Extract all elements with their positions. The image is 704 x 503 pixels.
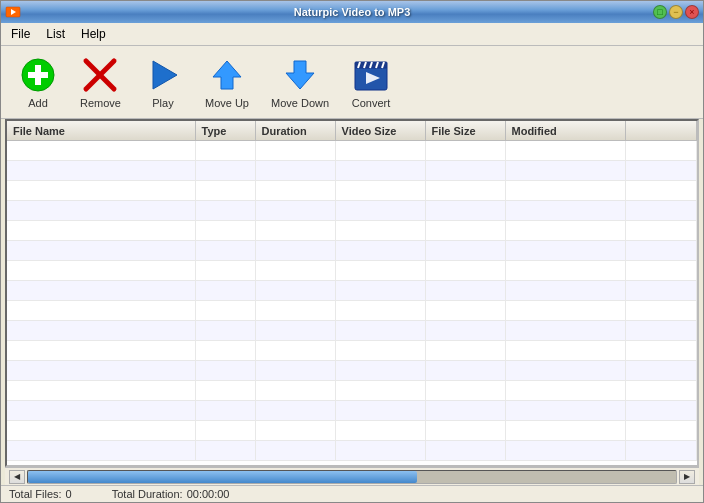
col-header-filename: File Name <box>7 121 196 140</box>
maximize-button[interactable]: □ <box>653 5 667 19</box>
file-table: File Name Type Duration Video Size File … <box>5 119 699 467</box>
table-body[interactable] <box>7 141 697 465</box>
moveup-label: Move Up <box>205 97 249 109</box>
add-button[interactable]: Add <box>9 50 67 114</box>
table-row <box>7 401 697 421</box>
col-header-videosize: Video Size <box>336 121 426 140</box>
moveup-button[interactable]: Move Up <box>196 50 258 114</box>
menu-help[interactable]: Help <box>75 25 112 43</box>
convert-label: Convert <box>352 97 391 109</box>
scroll-track[interactable] <box>27 470 677 484</box>
remove-icon <box>80 55 120 95</box>
close-button[interactable]: × <box>685 5 699 19</box>
table-row <box>7 241 697 261</box>
svg-marker-7 <box>153 61 177 89</box>
total-duration-value: 00:00:00 <box>187 488 230 500</box>
app-icon <box>5 4 21 20</box>
table-row <box>7 361 697 381</box>
table-row <box>7 381 697 401</box>
table-row <box>7 141 697 161</box>
scroll-left-button[interactable]: ◀ <box>9 470 25 484</box>
movedown-button[interactable]: Move Down <box>262 50 338 114</box>
table-row <box>7 201 697 221</box>
add-icon <box>18 55 58 95</box>
table-row <box>7 281 697 301</box>
table-row <box>7 161 697 181</box>
svg-marker-8 <box>213 61 241 89</box>
table-row <box>7 261 697 281</box>
menu-file[interactable]: File <box>5 25 36 43</box>
status-total-duration: Total Duration: 00:00:00 <box>112 488 230 500</box>
table-row <box>7 341 697 361</box>
col-header-modified: Modified <box>506 121 626 140</box>
play-button[interactable]: Play <box>134 50 192 114</box>
total-files-label: Total Files: <box>9 488 62 500</box>
remove-button[interactable]: Remove <box>71 50 130 114</box>
col-header-filesize: File Size <box>426 121 506 140</box>
table-header: File Name Type Duration Video Size File … <box>7 121 697 141</box>
menu-list[interactable]: List <box>40 25 71 43</box>
title-bar-left <box>5 4 21 20</box>
scroll-thumb[interactable] <box>28 471 417 483</box>
play-icon <box>143 55 183 95</box>
table-row <box>7 181 697 201</box>
total-duration-label: Total Duration: <box>112 488 183 500</box>
table-row <box>7 421 697 441</box>
total-files-value: 0 <box>66 488 72 500</box>
menu-bar: File List Help <box>1 23 703 46</box>
scroll-right-button[interactable]: ▶ <box>679 470 695 484</box>
window-title: Naturpic Video to MP3 <box>294 6 411 18</box>
title-controls: □ − × <box>653 5 699 19</box>
convert-icon <box>351 55 391 95</box>
add-label: Add <box>28 97 48 109</box>
moveup-icon <box>207 55 247 95</box>
title-bar: Naturpic Video to MP3 □ − × <box>1 1 703 23</box>
table-row <box>7 441 697 461</box>
convert-button[interactable]: Convert <box>342 50 400 114</box>
minimize-button[interactable]: − <box>669 5 683 19</box>
movedown-icon <box>280 55 320 95</box>
status-total-files: Total Files: 0 <box>9 488 72 500</box>
play-label: Play <box>152 97 173 109</box>
col-header-duration: Duration <box>256 121 336 140</box>
table-row <box>7 221 697 241</box>
toolbar: Add Remove Play <box>1 46 703 119</box>
status-bar: Total Files: 0 Total Duration: 00:00:00 <box>1 485 703 502</box>
col-header-type: Type <box>196 121 256 140</box>
horizontal-scrollbar[interactable]: ◀ ▶ <box>5 467 699 485</box>
movedown-label: Move Down <box>271 97 329 109</box>
svg-marker-9 <box>286 61 314 89</box>
col-header-extra <box>626 121 698 140</box>
table-row <box>7 301 697 321</box>
table-row <box>7 321 697 341</box>
svg-rect-4 <box>28 72 48 78</box>
main-window: Naturpic Video to MP3 □ − × File List He… <box>0 0 704 503</box>
remove-label: Remove <box>80 97 121 109</box>
